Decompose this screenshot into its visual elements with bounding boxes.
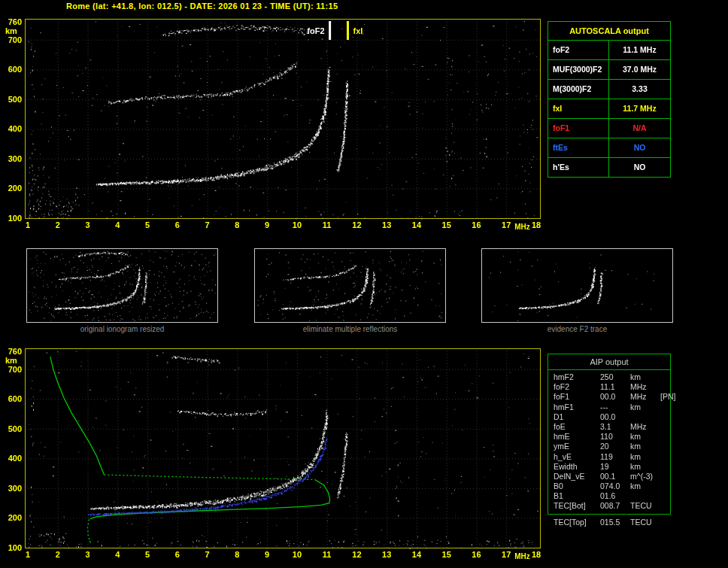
- thumbnail-multiple-reflections-removed: [254, 248, 446, 323]
- parameter-unit: MHz: [630, 422, 660, 432]
- parameter-value: NO: [609, 158, 670, 177]
- thumbnail-f2-trace-evidence: [481, 248, 673, 323]
- parameter-note: [660, 462, 670, 472]
- parameter-unit: [630, 491, 660, 501]
- aip-table-row: foF211.1MHz: [554, 382, 670, 392]
- autoscala-table-row: h'EsNO: [548, 158, 670, 177]
- parameter-unit: m^(-3): [630, 472, 660, 481]
- parameter-label: B1: [554, 491, 600, 501]
- parameter-value: ---: [600, 402, 630, 412]
- aip-table-rows: hmF2250kmfoF211.1MHzfoF100.0MHz[PN]hmF1-…: [548, 370, 670, 514]
- parameter-unit: TECU: [630, 518, 660, 527]
- parameter-unit: MHz: [630, 382, 660, 392]
- autoscala-table-row: fxI11.7 MHz: [548, 99, 670, 119]
- parameter-value: 00.0: [600, 412, 630, 422]
- parameter-label: h_vE: [554, 452, 600, 462]
- parameter-value: 11.1 MHz: [609, 41, 670, 59]
- parameter-unit: km: [630, 442, 660, 451]
- aip-table-row: B0074.0km: [554, 481, 670, 491]
- parameter-label: hmF2: [554, 372, 600, 382]
- parameter-note: [660, 402, 670, 412]
- parameter-note: [660, 372, 670, 382]
- parameter-value: 01.6: [600, 491, 630, 501]
- parameter-unit: km: [630, 462, 660, 472]
- parameter-note: [660, 432, 670, 442]
- autoscala-table-row: M(3000)F23.33: [548, 80, 670, 99]
- parameter-label: h'Es: [548, 158, 609, 177]
- parameter-unit: TECU: [630, 501, 660, 511]
- parameter-value: 11.1: [600, 382, 630, 392]
- parameter-value: 074.0: [600, 481, 630, 491]
- parameter-unit: km: [630, 452, 660, 462]
- parameter-note: [660, 422, 670, 432]
- thumbnail-original-ionogram: [26, 248, 218, 323]
- parameter-unit: [630, 412, 660, 422]
- parameter-value: NO: [609, 138, 670, 157]
- aip-table-row: foF100.0MHz[PN]: [554, 392, 670, 402]
- parameter-value: 3.33: [609, 80, 670, 99]
- autoscala-output-screen: Rome (lat: +41.8, lon: 012.5) - DATE: 20…: [0, 0, 728, 568]
- page-title: Rome (lat: +41.8, lon: 012.5) - DATE: 20…: [66, 2, 338, 11]
- parameter-label: TEC[Bot]: [554, 501, 600, 511]
- parameter-unit: km: [630, 481, 660, 491]
- aip-table-row: D100.0: [554, 412, 670, 422]
- parameter-value: 110: [600, 432, 630, 442]
- parameter-note: [660, 452, 670, 462]
- parameter-value: 20: [600, 442, 630, 451]
- parameter-note: [660, 442, 670, 451]
- autoscala-table-row: foF211.1 MHz: [548, 41, 670, 60]
- parameter-value: 00.0: [600, 392, 630, 402]
- thumbnail-caption: eliminate multiple reflections: [254, 325, 446, 333]
- parameter-value: 119: [600, 452, 630, 462]
- parameter-note: [660, 472, 670, 481]
- parameter-value: N/A: [609, 119, 670, 138]
- parameter-label: foF2: [554, 382, 600, 392]
- parameter-note: [660, 412, 670, 422]
- parameter-unit: MHz: [630, 392, 660, 402]
- parameter-value: 015.5: [600, 518, 630, 527]
- parameter-label: foE: [554, 422, 600, 432]
- bottom-ionogram-plot: [0, 342, 557, 568]
- autoscala-table-row: ftEsNO: [548, 138, 670, 158]
- aip-table-row: hmF1---km: [554, 402, 670, 412]
- parameter-note: [660, 382, 670, 392]
- parameter-label: foF1: [548, 119, 609, 138]
- aip-table-row: h_vE119km: [554, 452, 670, 462]
- aip-table-row: ymE20km: [554, 442, 670, 451]
- thumbnail-caption: original ionogram resized: [26, 325, 218, 333]
- table-title: AUTOSCALA output: [548, 22, 670, 41]
- parameter-note: [660, 518, 669, 527]
- thumbnail-caption: evidence F2 trace: [481, 325, 673, 333]
- parameter-value: 37.0 MHz: [609, 60, 670, 79]
- parameter-label: fxI: [548, 99, 609, 118]
- aip-table-row: DelN_vE00.1m^(-3): [554, 472, 670, 481]
- aip-output-table: AIP output hmF2250kmfoF211.1MHzfoF100.0M…: [548, 354, 671, 515]
- parameter-value: 19: [600, 462, 630, 472]
- parameter-label: foF2: [548, 41, 609, 59]
- parameter-note: [660, 501, 670, 511]
- aip-table-row: hmE110km: [554, 432, 670, 442]
- tec-top-row: TEC[Top] 015.5 TECU: [548, 518, 669, 527]
- parameter-note: [660, 481, 670, 491]
- autoscala-table-row: foF1N/A: [548, 119, 670, 138]
- parameter-note: [PN]: [660, 392, 675, 402]
- aip-table-row: B101.6: [554, 491, 670, 501]
- parameter-label: hmE: [554, 432, 600, 442]
- autoscala-table-row: MUF(3000)F237.0 MHz: [548, 60, 670, 80]
- aip-table-row: TEC[Bot]008.7TECU: [554, 501, 670, 511]
- parameter-label: ftEs: [548, 138, 609, 157]
- parameter-value: 11.7 MHz: [609, 99, 670, 118]
- parameter-value: 250: [600, 372, 630, 382]
- parameter-unit: km: [630, 372, 660, 382]
- parameter-note: [660, 491, 670, 501]
- top-ionogram-plot: [0, 12, 557, 235]
- parameter-label: DelN_vE: [554, 472, 600, 481]
- parameter-value: 00.1: [600, 472, 630, 481]
- autoscala-output-table: AUTOSCALA output foF211.1 MHzMUF(3000)F2…: [548, 21, 671, 178]
- parameter-unit: km: [630, 432, 660, 442]
- table-title: AIP output: [548, 354, 670, 370]
- aip-table-row: hmF2250km: [554, 372, 670, 382]
- parameter-label: D1: [554, 412, 600, 422]
- parameter-value: 3.1: [600, 422, 630, 432]
- aip-table-row: Ewidth19km: [554, 462, 670, 472]
